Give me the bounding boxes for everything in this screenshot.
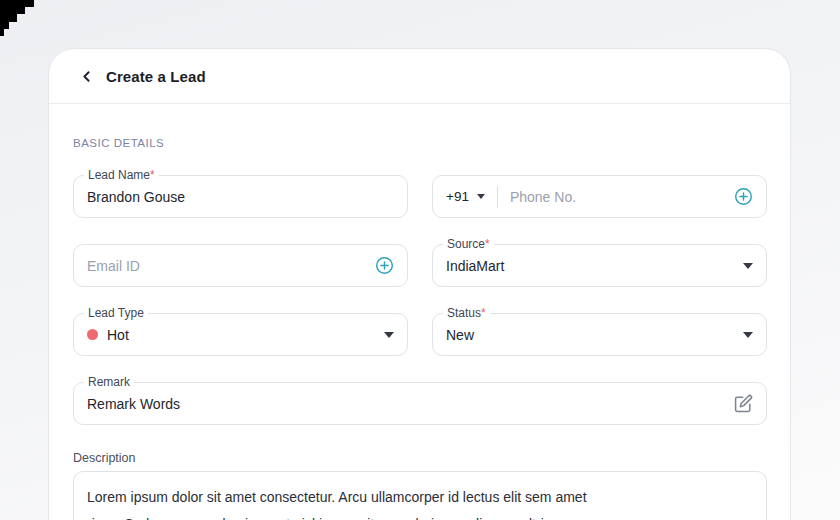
description-input[interactable]: Lorem ipsum dolor sit amet consectetur. … bbox=[87, 484, 753, 520]
lead-name-field: Lead Name* bbox=[73, 175, 408, 218]
caret-down-icon bbox=[743, 332, 753, 338]
country-code-select[interactable]: +91 bbox=[446, 189, 485, 204]
phone-field: +91 bbox=[432, 175, 767, 218]
source-value: IndiaMart bbox=[446, 258, 743, 274]
required-asterisk: * bbox=[485, 237, 490, 251]
country-code-value: +91 bbox=[446, 189, 469, 204]
status-dropdown[interactable]: Status* New bbox=[432, 313, 767, 356]
edit-remark-button[interactable] bbox=[734, 394, 753, 413]
caret-down-icon bbox=[477, 194, 485, 199]
remark-field: Remark bbox=[73, 382, 767, 425]
chevron-left-icon bbox=[78, 68, 95, 85]
description-field: Lorem ipsum dolor sit amet consectetur. … bbox=[73, 471, 767, 520]
phone-input[interactable] bbox=[510, 189, 734, 205]
required-asterisk: * bbox=[150, 168, 155, 182]
lead-type-dropdown[interactable]: Lead Type Hot bbox=[73, 313, 408, 356]
lead-name-label: Lead Name* bbox=[84, 168, 159, 183]
screen-corner-cutout bbox=[0, 0, 36, 36]
panel-header: Create a Lead bbox=[49, 49, 790, 104]
email-field bbox=[73, 244, 408, 287]
status-value: New bbox=[446, 327, 743, 343]
status-label: Status* bbox=[443, 306, 490, 321]
email-input[interactable] bbox=[87, 258, 375, 274]
add-phone-button[interactable] bbox=[734, 187, 753, 206]
add-email-button[interactable] bbox=[375, 256, 394, 275]
back-button[interactable] bbox=[78, 68, 95, 85]
required-asterisk: * bbox=[481, 306, 486, 320]
section-title-basic-details: BASIC DETAILS bbox=[73, 137, 767, 149]
caret-down-icon bbox=[743, 263, 753, 269]
page-title: Create a Lead bbox=[106, 68, 206, 85]
edit-icon bbox=[734, 394, 753, 413]
lead-type-label: Lead Type bbox=[84, 306, 148, 321]
caret-down-icon bbox=[384, 332, 394, 338]
field-divider bbox=[497, 186, 498, 208]
remark-label: Remark bbox=[84, 375, 134, 390]
plus-circle-icon bbox=[375, 256, 394, 275]
lead-type-value: Hot bbox=[107, 327, 384, 343]
create-lead-panel: Create a Lead BASIC DETAILS Lead Name* +… bbox=[48, 48, 791, 520]
plus-circle-icon bbox=[734, 187, 753, 206]
hot-status-dot bbox=[87, 329, 98, 340]
description-label: Description bbox=[73, 451, 767, 465]
source-label: Source* bbox=[443, 237, 494, 252]
source-dropdown[interactable]: Source* IndiaMart bbox=[432, 244, 767, 287]
lead-name-input[interactable] bbox=[87, 189, 394, 205]
remark-input[interactable] bbox=[87, 396, 734, 412]
